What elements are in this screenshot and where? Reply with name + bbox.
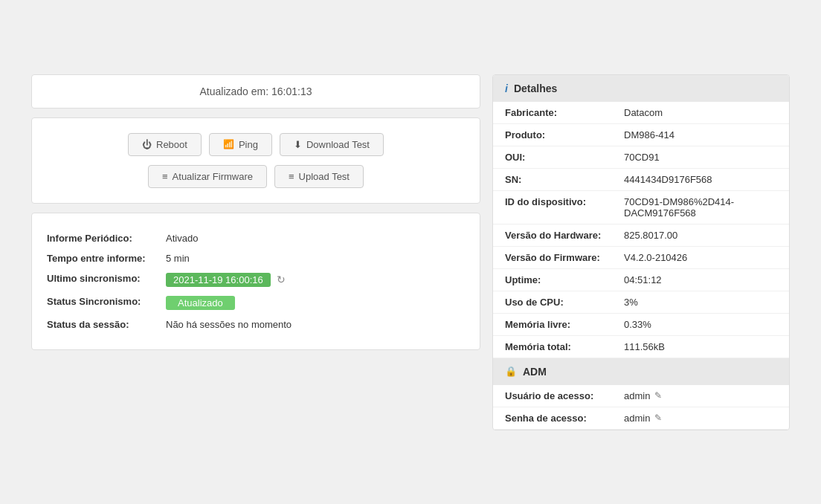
detail-row: ID do dispositivo: 70CD91-DM986%2D414-DA… [493, 191, 789, 224]
upload-icon: ≡ [289, 171, 294, 182]
ping-button[interactable]: 📶 Ping [209, 133, 272, 156]
senha-value: admin ✎ [624, 413, 662, 424]
status-label: Atualizado em: 16:01:13 [200, 85, 312, 97]
status-sessao-row: Status da sessão: Não há sessões no mome… [47, 314, 465, 335]
info-icon: i [505, 83, 508, 94]
main-container: Atualizado em: 16:01:13 ⏻ Reboot 📶 Ping … [16, 59, 805, 445]
reboot-button[interactable]: ⏻ Reboot [128, 133, 202, 156]
download-icon: ⬇ [294, 139, 302, 150]
senha-edit-icon[interactable]: ✎ [654, 413, 662, 423]
detail-row: SN: 4441434D9176F568 [493, 169, 789, 191]
info-panel: Informe Periódico: Ativado Tempo entre i… [31, 213, 480, 350]
senha-row: Senha de acesso: admin ✎ [493, 407, 789, 430]
detail-row: Uso de CPU: 3% [493, 291, 789, 314]
informe-value: Ativado [166, 233, 198, 244]
status-sinc-badge: Atualizado [166, 296, 235, 310]
detail-row: Memória livre: 0.33% [493, 314, 789, 336]
detail-label: Uptime: [505, 274, 624, 285]
adm-header: 🔒 ADM [493, 358, 789, 385]
sync-time-badge: 2021-11-19 16:00:16 [166, 273, 271, 287]
detail-value: 70CD91-DM986%2D414-DACM9176F568 [624, 196, 777, 219]
detail-value: V4.2.0-210426 [624, 252, 687, 263]
right-panel: i Detalhes Fabricante: Datacom Produto: … [492, 74, 790, 430]
details-rows: Fabricante: Datacom Produto: DM986-414 O… [493, 102, 789, 358]
detail-label: Fabricante: [505, 107, 624, 118]
status-sinc-label: Status Sincronismo: [47, 296, 166, 307]
usuario-value: admin ✎ [624, 390, 662, 401]
tempo-value: 5 min [166, 253, 190, 264]
download-test-label: Download Test [306, 139, 370, 150]
detail-label: Uso de CPU: [505, 297, 624, 308]
download-test-button[interactable]: ⬇ Download Test [280, 133, 384, 156]
senha-text: admin [624, 413, 650, 424]
status-sessao-label: Status da sessão: [47, 319, 166, 330]
refresh-icon[interactable]: ↻ [277, 274, 286, 285]
detalhes-title: Detalhes [514, 83, 557, 94]
detail-value: 70CD91 [624, 152, 660, 163]
detail-value: Datacom [624, 107, 663, 118]
detail-label: ID do dispositivo: [505, 196, 624, 207]
detail-label: Memória total: [505, 341, 624, 352]
detail-label: Versão do Hardware: [505, 230, 624, 241]
actions-panel: ⏻ Reboot 📶 Ping ⬇ Download Test ≡ Atuali… [31, 117, 480, 204]
detail-value: 4441434D9176F568 [624, 174, 712, 185]
lock-icon: 🔒 [505, 366, 517, 377]
upload-test-label: Upload Test [299, 171, 350, 182]
upload-test-button[interactable]: ≡ Upload Test [274, 165, 364, 188]
tempo-label: Tempo entre informe: [47, 253, 166, 264]
detail-row: Versão do Hardware: 825.8017.00 [493, 224, 789, 247]
detail-value: DM986-414 [624, 129, 674, 140]
detail-value: 04:51:12 [624, 274, 662, 285]
ultimo-row: Ultimo sincronismo: 2021-11-19 16:00:16 … [47, 268, 465, 291]
detail-row: Versão do Firmware: V4.2.0-210426 [493, 247, 789, 269]
detail-row: Fabricante: Datacom [493, 102, 789, 124]
detail-row: OUI: 70CD91 [493, 146, 789, 169]
usuario-text: admin [624, 390, 650, 401]
detail-value: 0.33% [624, 319, 651, 330]
usuario-row: Usuário de acesso: admin ✎ [493, 385, 789, 407]
status-sinc-value: Atualizado [166, 296, 235, 310]
usuario-edit-icon[interactable]: ✎ [654, 390, 662, 401]
update-firmware-label: Atualizar Firmware [173, 171, 253, 182]
detail-label: Memória livre: [505, 319, 624, 330]
detail-label: SN: [505, 174, 624, 185]
detail-row: Produto: DM986-414 [493, 124, 789, 146]
detail-label: Produto: [505, 129, 624, 140]
actions-row-2: ≡ Atualizar Firmware ≡ Upload Test [148, 165, 364, 188]
ping-label: Ping [239, 139, 258, 150]
tempo-row: Tempo entre informe: 5 min [47, 248, 465, 268]
senha-label: Senha de acesso: [505, 413, 624, 424]
status-bar: Atualizado em: 16:01:13 [31, 74, 480, 109]
ultimo-value: 2021-11-19 16:00:16 ↻ [166, 273, 286, 287]
detail-value: 3% [624, 297, 638, 308]
usuario-label: Usuário de acesso: [505, 390, 624, 401]
adm-title: ADM [523, 366, 547, 378]
detalhes-header: i Detalhes [493, 75, 789, 102]
detail-value: 825.8017.00 [624, 230, 677, 241]
reboot-icon: ⏻ [142, 139, 152, 150]
firmware-icon: ≡ [162, 171, 168, 182]
reboot-label: Reboot [156, 139, 187, 150]
detail-label: OUI: [505, 152, 624, 163]
detail-row: Memória total: 111.56kB [493, 336, 789, 358]
ultimo-label: Ultimo sincronismo: [47, 273, 166, 284]
status-sessao-value: Não há sessões no momento [166, 319, 292, 330]
detail-label: Versão do Firmware: [505, 252, 624, 263]
ping-icon: 📶 [223, 139, 234, 149]
update-firmware-button[interactable]: ≡ Atualizar Firmware [148, 165, 267, 188]
detail-row: Uptime: 04:51:12 [493, 269, 789, 291]
detail-value: 111.56kB [624, 341, 665, 352]
left-panel: Atualizado em: 16:01:13 ⏻ Reboot 📶 Ping … [31, 74, 480, 350]
informe-row: Informe Periódico: Ativado [47, 228, 465, 248]
status-sinc-row: Status Sincronismo: Atualizado [47, 291, 465, 314]
actions-row-1: ⏻ Reboot 📶 Ping ⬇ Download Test [128, 133, 384, 156]
informe-label: Informe Periódico: [47, 233, 166, 244]
